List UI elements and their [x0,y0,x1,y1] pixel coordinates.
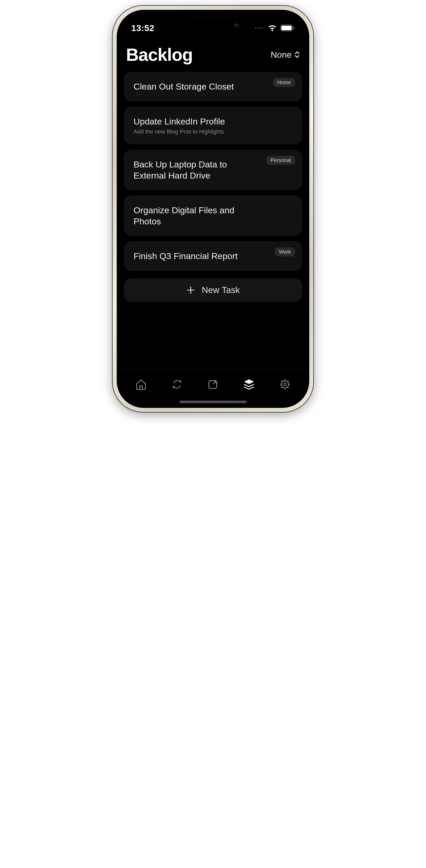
gear-icon [279,378,291,391]
svg-line-13 [281,387,282,388]
task-tag: Work [275,247,295,256]
task-tag: Home [273,78,295,87]
dynamic-island [181,17,245,35]
svg-point-5 [284,383,286,385]
svg-line-10 [281,381,282,382]
task-title: Clean Out Storage Closet [133,81,293,92]
status-right [255,25,295,31]
device-frame: 13:52 Backlog None [112,5,314,412]
svg-line-12 [287,381,288,382]
task-card[interactable]: Work Finish Q3 Financial Report [124,242,302,271]
chevron-up-down-icon [294,51,300,59]
tab-settings[interactable] [277,376,293,392]
svg-line-11 [287,387,288,388]
task-title: Organize Digital Files and Photos [133,205,293,227]
task-title: Update LinkedIn Profile [133,116,293,127]
filter-selector[interactable]: None [271,50,300,60]
task-card[interactable]: Update LinkedIn Profile Add the new Blog… [124,107,302,145]
screen: 13:52 Backlog None [117,10,309,408]
status-time: 13:52 [131,23,154,33]
task-subtitle: Add the new Blog Post to Highlights [133,128,293,135]
battery-icon [280,25,295,31]
task-card[interactable]: Home Clean Out Storage Closet [124,72,302,101]
svg-rect-1 [281,26,292,30]
wifi-icon [268,25,277,31]
task-card[interactable]: Personal Back Up Laptop Data to External… [124,150,302,190]
page-title: Backlog [126,44,193,65]
task-list: Home Clean Out Storage Closet Update Lin… [117,67,309,307]
home-icon [135,378,147,391]
tab-backlog[interactable] [241,376,257,392]
tab-cycles[interactable] [169,376,185,392]
new-task-button[interactable]: New Task [124,278,302,302]
svg-point-4 [281,381,288,388]
tab-compose[interactable] [205,376,221,392]
stack-icon [243,378,255,391]
status-cellular-dots [255,27,263,29]
repeat-icon [171,378,183,391]
filter-label: None [271,50,292,60]
new-task-label: New Task [202,285,240,295]
task-title: Finish Q3 Financial Report [133,250,293,261]
svg-rect-2 [293,27,294,29]
header: Backlog None [117,38,309,67]
home-indicator[interactable] [179,401,247,403]
task-card[interactable]: Organize Digital Files and Photos [124,196,302,236]
tab-home[interactable] [133,376,149,392]
plus-icon [186,286,195,294]
task-tag: Personal [266,156,295,165]
compose-icon [207,378,219,391]
